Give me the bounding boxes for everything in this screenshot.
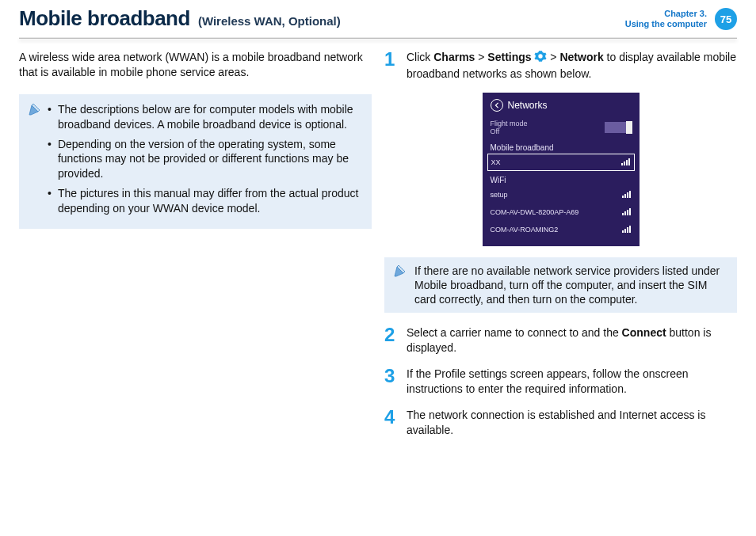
- mobile-broadband-section: Mobile broadband: [483, 139, 640, 154]
- tip-box: If there are no available network servic…: [384, 257, 737, 314]
- chapter-text: Chapter 3. Using the computer: [625, 9, 707, 29]
- flight-mode-toggle[interactable]: [605, 122, 632, 133]
- wifi-section: WiFi: [483, 171, 640, 186]
- chapter-line-1: Chapter 3.: [625, 9, 707, 19]
- settings-label: Settings: [487, 51, 531, 63]
- svg-rect-4: [622, 196, 624, 198]
- signal-icon: [622, 225, 632, 234]
- wifi-item[interactable]: setup: [483, 186, 640, 203]
- step-number: 3: [384, 367, 399, 397]
- step-number: 2: [384, 325, 399, 355]
- step-3: 3 If the Profile settings screen appears…: [384, 367, 737, 397]
- svg-rect-15: [629, 226, 631, 233]
- tip-text: If there are no available network servic…: [414, 264, 729, 307]
- note-box: The descriptions below are for computer …: [19, 94, 372, 229]
- chapter-line-2: Using the computer: [625, 19, 707, 29]
- header-divider: [19, 37, 737, 39]
- networks-title: Networks: [508, 100, 548, 111]
- svg-rect-0: [621, 163, 623, 165]
- content-columns: A wireless wide area network (WWAN) is a…: [19, 50, 737, 449]
- note-item: Depending on the version of the operatin…: [48, 137, 362, 182]
- svg-rect-7: [629, 191, 631, 198]
- signal-icon: [622, 207, 632, 217]
- wifi-item[interactable]: COM-AV-DWL-8200AP-A69: [483, 203, 640, 221]
- step-2: 2 Select a carrier name to connect to an…: [384, 325, 737, 355]
- intro-text: A wireless wide area network (WWAN) is a…: [19, 50, 372, 80]
- step-number: 4: [384, 408, 399, 438]
- step-1: 1 Click Charms > Settings > Network to d…: [384, 50, 737, 82]
- step-4-text: The network connection is established an…: [407, 408, 737, 438]
- step-1-text: Click Charms > Settings > Network to dis…: [407, 50, 737, 82]
- note-list: The descriptions below are for computer …: [48, 102, 362, 221]
- signal-icon: [621, 158, 631, 167]
- step-number: 1: [384, 50, 399, 82]
- step-3-text: If the Profile settings screen appears, …: [407, 367, 737, 397]
- signal-icon: [622, 190, 632, 200]
- svg-rect-2: [626, 160, 628, 165]
- title-block: Mobile broadband (Wireless WAN, Optional…: [19, 6, 341, 31]
- page-title: Mobile broadband: [19, 6, 190, 31]
- gear-icon: [534, 50, 547, 67]
- svg-rect-5: [624, 194, 626, 198]
- note-item: The descriptions below are for computer …: [48, 102, 362, 132]
- charms-label: Charms: [433, 51, 475, 63]
- svg-rect-10: [627, 210, 628, 215]
- back-icon[interactable]: [491, 99, 503, 112]
- flight-mode-label: Flight mode: [491, 120, 528, 127]
- page-header: Mobile broadband (Wireless WAN, Optional…: [19, 0, 737, 31]
- network-label: Network: [559, 51, 603, 63]
- left-column: A wireless wide area network (WWAN) is a…: [19, 50, 372, 449]
- flight-mode-value: Off: [491, 127, 528, 135]
- connect-label: Connect: [622, 326, 666, 339]
- svg-rect-3: [628, 158, 630, 165]
- mobile-broadband-item[interactable]: XX: [487, 154, 635, 171]
- svg-rect-12: [622, 230, 624, 233]
- svg-rect-9: [624, 211, 626, 215]
- svg-rect-6: [627, 192, 628, 198]
- networks-panel-wrap: Networks Flight mode Off Mobile broadban…: [384, 93, 737, 246]
- flight-mode-row: Flight mode Off: [483, 116, 640, 139]
- networks-panel: Networks Flight mode Off Mobile broadban…: [483, 93, 640, 246]
- wifi-item[interactable]: COM-AV-ROAMING2: [483, 221, 640, 238]
- page-number-badge: 75: [715, 8, 737, 30]
- svg-rect-13: [624, 229, 626, 233]
- step-2-text: Select a carrier name to connect to and …: [407, 325, 737, 355]
- chapter-block: Chapter 3. Using the computer 75: [625, 6, 737, 30]
- networks-panel-header: Networks: [483, 99, 640, 116]
- right-column: 1 Click Charms > Settings > Network to d…: [384, 50, 737, 449]
- svg-rect-14: [627, 227, 628, 233]
- page-subtitle: (Wireless WAN, Optional): [198, 14, 341, 28]
- note-item: The pictures in this manual may differ f…: [48, 186, 362, 216]
- svg-rect-8: [622, 213, 624, 215]
- note-icon: [392, 264, 408, 283]
- note-icon: [27, 102, 43, 121]
- svg-rect-1: [624, 162, 625, 165]
- svg-rect-11: [629, 208, 631, 215]
- step-4: 4 The network connection is established …: [384, 408, 737, 438]
